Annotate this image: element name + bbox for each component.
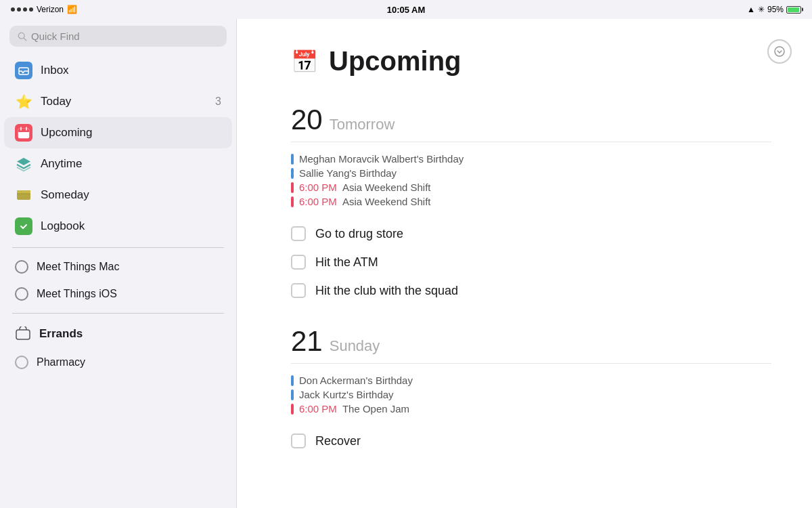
cal-dot-6: [291, 389, 294, 400]
sidebar-divider-2: [12, 313, 224, 314]
sidebar-item-today-label: Today: [41, 95, 207, 108]
svg-rect-12: [16, 330, 30, 339]
task-item-drug-store[interactable]: Go to drug store: [291, 219, 771, 248]
date-divider-20: [291, 142, 771, 142]
today-badge: 3: [215, 96, 221, 108]
sidebar: Quick Find Inbox ⭐ Today 3: [0, 19, 237, 508]
layers-icon: [15, 155, 32, 173]
search-icon: [18, 32, 27, 41]
calendar-icon: [15, 124, 32, 142]
checkbook-icon: [15, 217, 32, 235]
inbox-icon: [15, 62, 32, 79]
status-bar: Verizon 📶 10:05 AM ▲ ✳ 95%: [0, 0, 812, 19]
wifi-icon: 📶: [67, 5, 77, 14]
sidebar-item-logbook-label: Logbook: [41, 219, 221, 233]
svg-rect-9: [17, 190, 30, 194]
date-divider-21: [291, 363, 771, 364]
task-item-club[interactable]: Hit the club with the squad: [291, 276, 771, 305]
svg-line-1: [24, 38, 26, 41]
bluetooth-icon: ✳: [758, 5, 765, 14]
date-label-20: Tomorrow: [330, 116, 395, 133]
sidebar-item-today[interactable]: ⭐ Today 3: [4, 86, 232, 117]
star-icon: ⭐: [15, 93, 32, 110]
page-header-icon: 📅: [291, 49, 318, 75]
cal-event-5: Don Ackerman's Birthday: [291, 373, 771, 387]
sidebar-item-anytime-label: Anytime: [41, 157, 221, 171]
date-label-21: Sunday: [330, 337, 380, 355]
cal-event-7: 6:00 PM The Open Jam: [291, 402, 771, 416]
task-item-recover[interactable]: Recover: [291, 427, 771, 455]
cal-dot-4: [291, 196, 294, 207]
sidebar-item-meet-ios-label: Meet Things iOS: [37, 288, 117, 300]
svg-point-13: [775, 47, 784, 56]
cal-event-4-time: 6:00 PM: [299, 196, 337, 207]
sidebar-divider-1: [12, 247, 224, 248]
date-header-21: 21 Sunday: [291, 325, 771, 358]
cal-dot-7: [291, 404, 294, 415]
task-checkbox-atm[interactable]: [291, 255, 306, 270]
date-section-21: 21 Sunday Don Ackerman's Birthday Jack K…: [291, 325, 771, 455]
task-checkbox-drug-store[interactable]: [291, 226, 306, 241]
sidebar-item-meet-ios[interactable]: Meet Things iOS: [4, 280, 232, 308]
cal-event-4-text: Asia Weekend Shift: [342, 196, 431, 207]
sidebar-item-inbox-label: Inbox: [41, 64, 221, 77]
sidebar-item-anytime[interactable]: Anytime: [4, 148, 232, 179]
sidebar-item-upcoming[interactable]: Upcoming: [4, 117, 232, 148]
task-checkbox-recover[interactable]: [291, 433, 306, 448]
date-header-20: 20 Tomorrow: [291, 104, 771, 136]
app-container: Quick Find Inbox ⭐ Today 3: [0, 19, 812, 508]
sidebar-item-upcoming-label: Upcoming: [41, 126, 221, 140]
sidebar-item-inbox[interactable]: Inbox: [4, 55, 232, 86]
cal-event-1: Meghan Moravcik Walbert's Birthday: [291, 152, 771, 166]
task-item-atm[interactable]: Hit the ATM: [291, 248, 771, 276]
calendar-events-21: Don Ackerman's Birthday Jack Kurtz's Bir…: [291, 373, 771, 416]
battery-percent: 95%: [767, 5, 784, 14]
area-errands-icon: [15, 326, 31, 342]
cal-event-7-time: 6:00 PM: [299, 403, 337, 415]
cal-event-2: Sallie Yang's Birthday: [291, 166, 771, 180]
cal-event-3-text: Asia Weekend Shift: [342, 182, 431, 193]
project-circle-mac: [15, 260, 28, 274]
sidebar-item-meet-mac[interactable]: Meet Things Mac: [4, 253, 232, 280]
page-title: Upcoming: [329, 46, 461, 77]
calendar-events-20: Meghan Moravcik Walbert's Birthday Salli…: [291, 152, 771, 209]
sidebar-item-pharmacy[interactable]: Pharmacy: [4, 349, 232, 376]
sidebar-item-pharmacy-label: Pharmacy: [37, 356, 85, 368]
cal-event-3: 6:00 PM Asia Weekend Shift: [291, 180, 771, 194]
task-label-recover: Recover: [315, 434, 361, 448]
page-header: 📅 Upcoming: [291, 46, 771, 77]
task-label-drug-store: Go to drug store: [315, 227, 403, 241]
cal-event-5-text: Don Ackerman's Birthday: [299, 375, 413, 386]
cal-event-7-text: The Open Jam: [342, 403, 409, 415]
cal-dot-1: [291, 154, 294, 165]
cal-event-3-time: 6:00 PM: [299, 182, 337, 193]
cal-event-4: 6:00 PM Asia Weekend Shift: [291, 194, 771, 209]
battery-icon: [786, 6, 801, 14]
main-content: 📅 Upcoming 20 Tomorrow Meghan Moravcik W…: [237, 19, 812, 508]
task-checkbox-club[interactable]: [291, 283, 306, 298]
sidebar-item-meet-mac-label: Meet Things Mac: [37, 261, 119, 273]
date-number-21: 21: [291, 325, 323, 358]
date-number-20: 20: [291, 104, 323, 136]
cal-event-2-text: Sallie Yang's Birthday: [299, 167, 397, 179]
battery-fill: [788, 7, 799, 12]
date-section-20: 20 Tomorrow Meghan Moravcik Walbert's Bi…: [291, 104, 771, 305]
sidebar-item-logbook[interactable]: Logbook: [4, 211, 232, 242]
scroll-down-button[interactable]: [767, 39, 792, 64]
task-label-atm: Hit the ATM: [315, 255, 378, 270]
project-circle-ios: [15, 287, 28, 301]
svg-rect-5: [18, 131, 29, 132]
search-bar[interactable]: Quick Find: [9, 26, 227, 47]
location-icon: ▲: [747, 5, 755, 14]
sidebar-item-someday[interactable]: Someday: [4, 179, 232, 211]
cal-event-6: Jack Kurtz's Birthday: [291, 387, 771, 402]
project-circle-pharmacy: [15, 356, 28, 369]
cal-dot-2: [291, 168, 294, 179]
cal-event-1-text: Meghan Moravcik Walbert's Birthday: [299, 153, 464, 165]
status-bar-time: 10:05 AM: [387, 5, 426, 15]
signal-dots: [11, 7, 33, 12]
cal-dot-5: [291, 375, 294, 386]
carrier-name: Verizon: [37, 5, 64, 14]
sidebar-area-errands[interactable]: Errands: [4, 319, 232, 349]
status-bar-right: ▲ ✳ 95%: [747, 5, 801, 14]
